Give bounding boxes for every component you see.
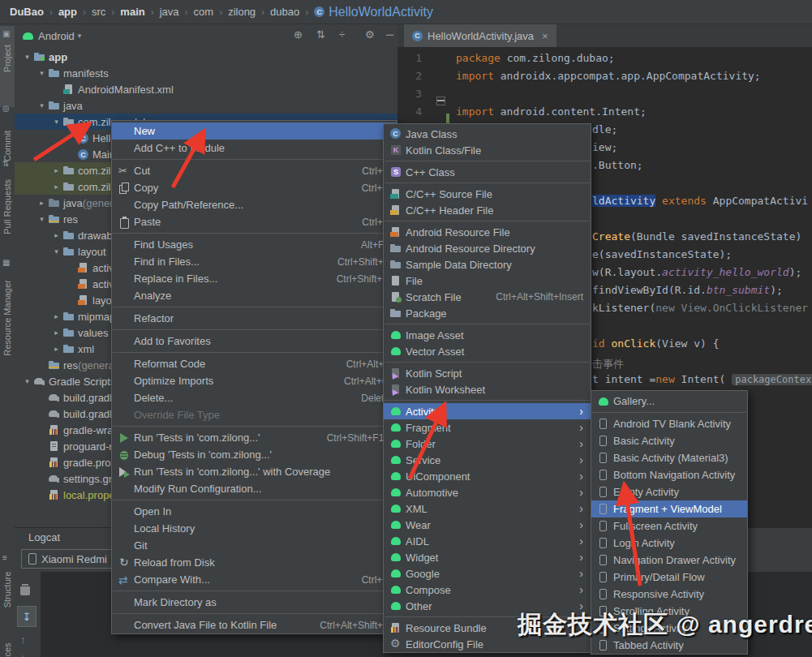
menu-item-optimize-imports[interactable]: Optimize ImportsCtrl+Alt+O	[112, 372, 397, 389]
menu-item-kotlin-worksheet[interactable]: Kotlin Worksheet	[384, 381, 591, 397]
breadcrumb-item-zilong[interactable]: zilong	[228, 6, 256, 18]
close-icon[interactable]: ×	[542, 30, 548, 42]
scroll-to-end-button[interactable]: ↧	[17, 606, 37, 627]
chevron-right-icon[interactable]: ▸	[50, 312, 62, 320]
breadcrumb-item-dubao[interactable]: DuBao	[10, 6, 44, 18]
menu-item-kotlin-script[interactable]: Kotlin Script	[384, 365, 591, 381]
breadcrumb-item-main[interactable]: main	[120, 6, 144, 18]
menu-item-open-in[interactable]: Open In›	[112, 503, 397, 520]
chevron-right-icon[interactable]: ▸	[50, 231, 62, 239]
trash-icon[interactable]	[20, 586, 30, 595]
menu-item-uicomponent[interactable]: UiComponent›	[384, 468, 591, 484]
tree-item-java[interactable]: ▾java	[15, 97, 397, 114]
chevron-right-icon[interactable]: ▸	[36, 199, 48, 207]
menu-item-primary-detail-flow[interactable]: Primary/Detail Flow	[591, 569, 747, 586]
menu-item-debug-tests-in-com-zilong[interactable]: Debug 'Tests in 'com.zilong...'	[112, 446, 397, 463]
sidebar-item-project[interactable]: Project	[2, 45, 12, 72]
menu-item-wear[interactable]: Wear›	[384, 517, 591, 533]
locate-icon[interactable]: ⊕	[294, 28, 303, 41]
fold-marker-icon[interactable]	[436, 97, 445, 105]
chevron-right-icon[interactable]: ▸	[50, 182, 62, 191]
chevron-down-icon[interactable]: ▾	[36, 215, 48, 223]
breadcrumb-item-src[interactable]: src	[92, 6, 105, 18]
menu-item-scratch-file[interactable]: Scratch FileCtrl+Alt+Shift+Insert	[384, 289, 591, 305]
menu-item-android-resource-directory[interactable]: Android Resource Directory	[384, 240, 591, 256]
menu-item-convert-java-file-to-kotlin-file[interactable]: Convert Java File to Kotlin FileCtrl+Alt…	[112, 616, 397, 633]
settings-gear-icon[interactable]: ⚙	[365, 28, 375, 41]
menu-item-java-class[interactable]: Java Class	[384, 126, 591, 142]
menu-item-android-tv-blank-activity[interactable]: Android TV Blank Activity	[591, 415, 747, 432]
menu-item-modify-run-configuration[interactable]: Modify Run Configuration...	[112, 480, 397, 497]
breadcrumb-item-app[interactable]: app	[58, 6, 77, 18]
menu-item-responsive-activity[interactable]: Responsive Activity	[591, 586, 747, 603]
breadcrumb-item-com[interactable]: com	[194, 6, 214, 18]
menu-item-xml[interactable]: XML›	[384, 500, 591, 517]
sidebar-item-pull-requests[interactable]: Pull Requests	[2, 179, 12, 234]
menu-item-image-asset[interactable]: Image Asset	[384, 327, 591, 343]
menu-item-run-tests-in-com-zilong[interactable]: Run 'Tests in 'com.zilong...'Ctrl+Shift+…	[112, 429, 397, 446]
menu-item-copy[interactable]: CopyCtrl+C	[112, 179, 397, 196]
menu-item-paste[interactable]: PasteCtrl+V	[112, 213, 397, 230]
sidebar-item-resource-manager[interactable]: Resource Manager	[2, 280, 12, 356]
chevron-right-icon[interactable]: ▸	[50, 345, 62, 353]
hide-panel-icon[interactable]: ─	[386, 28, 393, 41]
menu-item-fullscreen-activity[interactable]: Fullscreen Activity	[591, 517, 747, 535]
menu-item-copy-path-reference[interactable]: Copy Path/Reference...	[112, 196, 397, 213]
chevron-down-icon[interactable]: ▾	[21, 53, 33, 61]
editor-tab[interactable]: C HelloWorldActivity.java ×	[404, 24, 556, 47]
menu-item-navigation-drawer-activity[interactable]: Navigation Drawer Activity	[591, 552, 747, 569]
menu-item-fragment[interactable]: Fragment›	[384, 419, 591, 436]
menu-item-find-in-files[interactable]: Find in Files...Ctrl+Shift+F	[112, 253, 397, 270]
chevron-down-icon[interactable]: ▾	[50, 247, 62, 256]
menu-item-gallery[interactable]: Gallery...	[591, 393, 747, 410]
menu-item-aidl[interactable]: AIDL›	[384, 533, 591, 549]
up-arrow-icon[interactable]: ↑	[20, 633, 26, 646]
chevron-right-icon[interactable]: ▸	[50, 328, 62, 337]
menu-item-delete[interactable]: Delete...Delete	[112, 389, 397, 406]
sidebar-item-structure[interactable]: Structure	[2, 572, 12, 608]
menu-item-activity[interactable]: Activity›	[384, 403, 591, 419]
menu-item-android-resource-file[interactable]: Android Resource File	[384, 224, 591, 240]
menu-item-package[interactable]: Package	[384, 305, 591, 321]
menu-item-run-tests-in-com-zilong-with-coverage[interactable]: Run 'Tests in 'com.zilong...' with Cover…	[112, 463, 397, 480]
tree-item-androidmanifest-xml[interactable]: AndroidManifest.xml	[15, 81, 397, 97]
chevron-down-icon[interactable]: ▾	[36, 69, 48, 77]
menu-item-git[interactable]: Git›	[112, 537, 397, 554]
menu-item-compose[interactable]: Compose›	[384, 582, 591, 598]
tree-item-manifests[interactable]: ▾manifests	[15, 65, 397, 81]
sidebar-item-commit[interactable]: Commit	[2, 131, 12, 161]
project-view-selector[interactable]: Android	[38, 30, 75, 42]
chevron-down-icon[interactable]: ▾	[50, 118, 62, 126]
menu-item-cut[interactable]: CutCtrl+X	[112, 162, 397, 179]
sidebar-item-ces[interactable]: ces	[2, 642, 12, 656]
menu-item-file[interactable]: File	[384, 273, 591, 289]
menu-item-c-class[interactable]: C++ Class	[384, 164, 591, 180]
breadcrumb-item-java[interactable]: java	[160, 6, 179, 18]
menu-item-vector-asset[interactable]: Vector Asset	[384, 343, 591, 359]
breadcrumb-item-helloworldactivity[interactable]: CHelloWorldActivity	[314, 5, 433, 19]
chevron-down-icon[interactable]: ▾	[21, 377, 33, 385]
menu-item-add-c-to-module[interactable]: Add C++ to Module	[112, 140, 397, 157]
menu-item-service[interactable]: Service›	[384, 452, 591, 468]
menu-item-compare-with[interactable]: Compare With...Ctrl+D	[112, 571, 397, 588]
logcat-tab-label[interactable]: Logcat	[28, 531, 60, 543]
chevron-right-icon[interactable]: ▸	[50, 166, 62, 174]
menu-item-find-usages[interactable]: Find UsagesAlt+F7	[112, 236, 397, 253]
chevron-down-icon[interactable]: ▾	[36, 101, 48, 110]
menu-item-reload-from-disk[interactable]: Reload from Disk	[112, 554, 397, 571]
menu-item-empty-activity[interactable]: Empty Activity	[591, 483, 747, 500]
menu-item-sample-data-directory[interactable]: Sample Data Directory	[384, 256, 591, 273]
menu-item-basic-activity[interactable]: Basic Activity	[591, 432, 747, 449]
menu-item-c-c-header-file[interactable]: C/C++ Header File	[384, 202, 591, 218]
breadcrumb-item-dubao[interactable]: dubao	[270, 6, 299, 18]
menu-item-automotive[interactable]: Automotive›	[384, 484, 591, 500]
collapse-all-icon[interactable]: ÷	[339, 28, 345, 41]
menu-item-login-activity[interactable]: Login Activity	[591, 535, 747, 552]
expand-all-icon[interactable]: ⇅	[316, 28, 325, 41]
menu-item-reformat-code[interactable]: Reformat CodeCtrl+Alt+L	[112, 355, 397, 372]
chevron-down-icon[interactable]: ▾	[78, 32, 82, 40]
menu-item-basic-activity-material3[interactable]: Basic Activity (Material3)	[591, 449, 747, 466]
menu-item-mark-directory-as[interactable]: Mark Directory as›	[112, 594, 397, 611]
menu-item-fragment-viewmodel[interactable]: Fragment + ViewModel	[591, 500, 747, 517]
menu-item-override-file-type[interactable]: Override File Type	[112, 406, 397, 423]
